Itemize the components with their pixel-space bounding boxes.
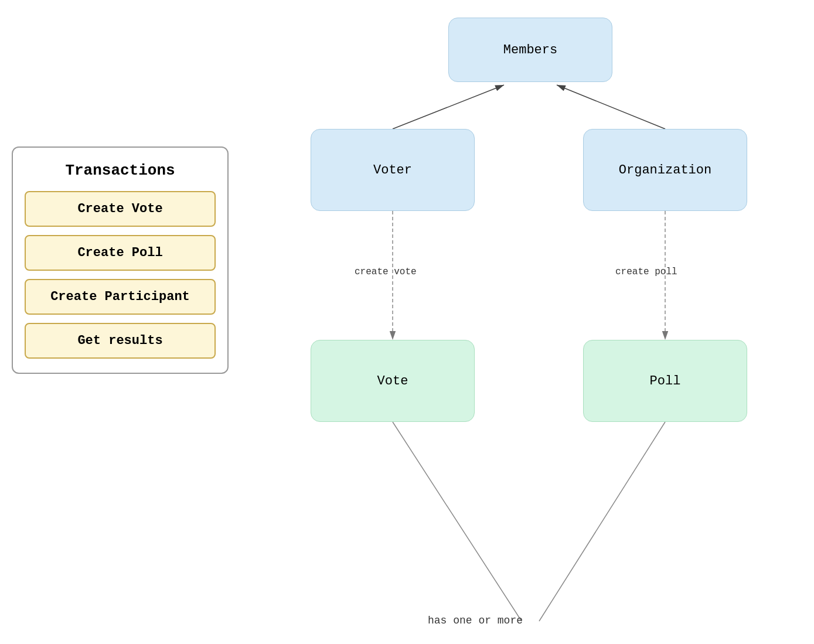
- node-members: Members: [448, 18, 612, 82]
- node-poll: Poll: [583, 340, 747, 422]
- edge-label-create-vote: create vote: [355, 267, 417, 277]
- node-organization: Organization: [583, 129, 747, 211]
- create-vote-button[interactable]: Create Vote: [25, 191, 216, 227]
- create-poll-button[interactable]: Create Poll: [25, 235, 216, 271]
- svg-line-7: [539, 422, 665, 621]
- transactions-title: Transactions: [25, 162, 216, 179]
- node-voter: Voter: [311, 129, 475, 211]
- svg-line-6: [393, 422, 522, 621]
- get-results-button[interactable]: Get results: [25, 323, 216, 359]
- edge-label-create-poll: create poll: [615, 267, 677, 277]
- diagram-area: Members Voter Organization Vote Poll cre…: [252, 0, 814, 644]
- transactions-panel: Transactions Create Vote Create Poll Cre…: [12, 146, 229, 374]
- svg-line-2: [393, 85, 504, 129]
- edge-label-has-one-or-more: has one or more: [428, 615, 523, 626]
- svg-line-3: [557, 85, 665, 129]
- arrows-svg: [252, 0, 814, 644]
- create-participant-button[interactable]: Create Participant: [25, 279, 216, 315]
- node-vote: Vote: [311, 340, 475, 422]
